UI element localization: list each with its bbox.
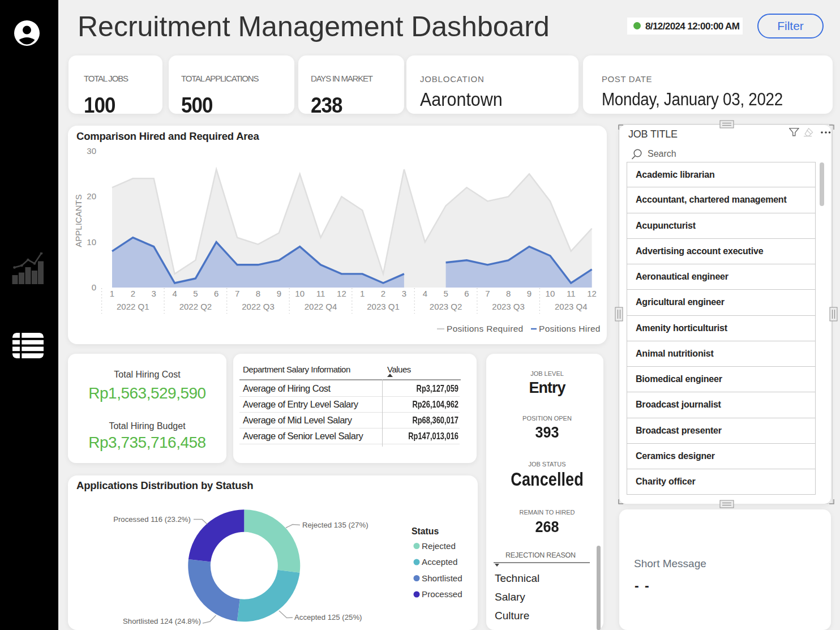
- svg-text:7: 7: [235, 289, 239, 298]
- svg-text:Rejected 135 (27%): Rejected 135 (27%): [302, 521, 368, 529]
- svg-text:2022 Q2: 2022 Q2: [179, 302, 212, 311]
- svg-text:1: 1: [360, 289, 365, 298]
- svg-text:2022 Q3: 2022 Q3: [242, 302, 275, 311]
- svg-text:Positions Required: Positions Required: [447, 324, 524, 333]
- svg-text:Accepted 125 (25%): Accepted 125 (25%): [294, 613, 362, 622]
- svg-text:3: 3: [402, 289, 406, 298]
- svg-text:6: 6: [464, 289, 469, 298]
- svg-text:5: 5: [443, 289, 448, 298]
- svg-text:8: 8: [256, 289, 260, 298]
- svg-text:0: 0: [92, 282, 96, 292]
- svg-text:3: 3: [152, 289, 156, 298]
- svg-text:2023 Q3: 2023 Q3: [492, 302, 525, 311]
- svg-text:9: 9: [527, 289, 532, 298]
- svg-text:4: 4: [423, 289, 427, 298]
- svg-text:12: 12: [587, 289, 597, 298]
- svg-text:11: 11: [316, 289, 325, 298]
- svg-text:7: 7: [485, 289, 490, 298]
- svg-text:30: 30: [87, 146, 96, 156]
- svg-text:10: 10: [295, 289, 305, 298]
- svg-text:Processed: Processed: [422, 589, 462, 599]
- svg-text:8: 8: [506, 289, 511, 298]
- svg-text:1: 1: [110, 289, 114, 298]
- svg-text:Shortlisted: Shortlisted: [422, 573, 462, 583]
- svg-text:2: 2: [381, 289, 385, 298]
- svg-text:10: 10: [87, 237, 96, 247]
- svg-text:2022 Q4: 2022 Q4: [305, 302, 337, 311]
- svg-text:10: 10: [546, 289, 555, 298]
- svg-text:2022 Q1: 2022 Q1: [117, 302, 149, 311]
- svg-text:Status: Status: [412, 526, 439, 536]
- svg-text:12: 12: [337, 289, 346, 298]
- svg-text:Positions Hired: Positions Hired: [539, 324, 601, 333]
- svg-text:20: 20: [87, 191, 96, 201]
- svg-text:2023 Q4: 2023 Q4: [555, 302, 588, 311]
- svg-text:9: 9: [277, 289, 281, 298]
- svg-text:11: 11: [567, 289, 576, 298]
- svg-text:2023 Q1: 2023 Q1: [367, 302, 400, 311]
- svg-text:2023 Q2: 2023 Q2: [430, 302, 462, 311]
- svg-text:5: 5: [193, 289, 198, 298]
- svg-text:Shortlisted 124 (24.8%): Shortlisted 124 (24.8%): [123, 617, 201, 625]
- svg-text:APPLICANTS: APPLICANTS: [74, 194, 83, 247]
- svg-text:Rejected: Rejected: [422, 541, 456, 551]
- svg-text:Accepted: Accepted: [422, 557, 457, 567]
- svg-text:6: 6: [214, 289, 218, 298]
- svg-text:Processed 116 (23.2%): Processed 116 (23.2%): [113, 515, 191, 524]
- svg-text:4: 4: [172, 289, 177, 298]
- svg-text:2: 2: [131, 289, 135, 298]
